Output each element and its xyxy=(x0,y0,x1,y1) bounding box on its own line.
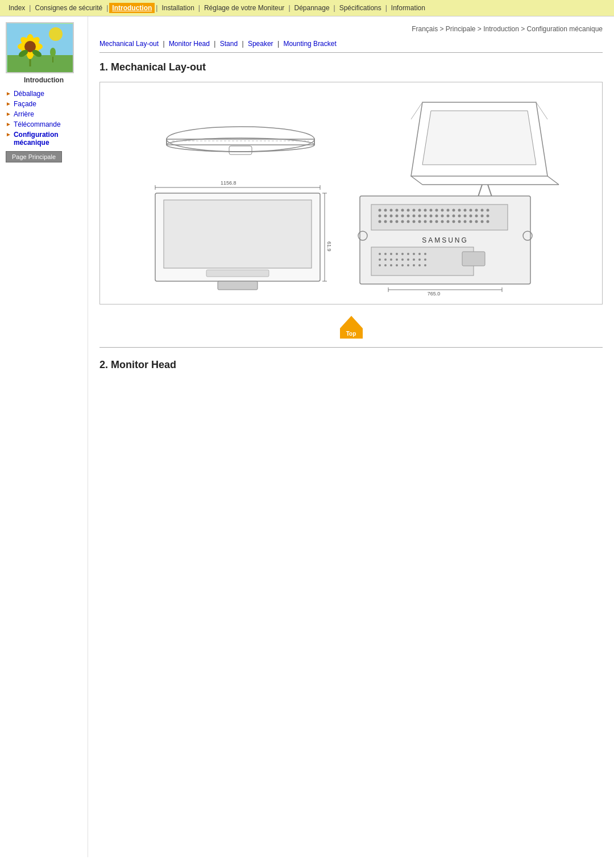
nav-index[interactable]: Index xyxy=(6,3,28,13)
svg-point-107 xyxy=(486,220,489,223)
svg-point-67 xyxy=(486,209,489,212)
svg-point-50 xyxy=(389,209,392,212)
nav-information[interactable]: Information xyxy=(388,3,428,13)
svg-rect-40 xyxy=(206,270,269,277)
nav-reglage[interactable]: Réglage de votre Moniteur xyxy=(201,3,287,13)
svg-point-74 xyxy=(412,215,415,218)
svg-point-86 xyxy=(480,215,483,218)
page-principale-button[interactable]: Page Principale xyxy=(6,151,62,162)
svg-point-99 xyxy=(441,220,443,223)
divider-top xyxy=(99,52,603,53)
svg-point-136 xyxy=(424,264,426,266)
svg-point-16 xyxy=(50,48,56,57)
top-arrow-icon xyxy=(340,316,363,328)
svg-point-63 xyxy=(463,209,466,212)
svg-point-115 xyxy=(407,253,409,255)
svg-rect-137 xyxy=(462,252,485,266)
svg-point-66 xyxy=(480,209,483,212)
svg-point-130 xyxy=(390,264,392,266)
svg-point-106 xyxy=(480,220,483,223)
top-button[interactable]: Top xyxy=(340,316,363,339)
svg-point-134 xyxy=(413,264,415,266)
mechanical-diagram: 1156.8 61.9 xyxy=(138,91,565,295)
arrow-icon: ► xyxy=(6,131,11,137)
svg-rect-109 xyxy=(371,247,474,276)
sidebar-link-deballage[interactable]: ► Déballage xyxy=(6,90,82,98)
svg-point-62 xyxy=(458,209,460,212)
svg-point-102 xyxy=(458,220,460,223)
svg-point-73 xyxy=(406,215,409,218)
svg-point-56 xyxy=(424,209,426,212)
sidebar-link-facade[interactable]: ► Façade xyxy=(6,100,82,108)
svg-point-51 xyxy=(395,209,398,212)
svg-text:765.0: 765.0 xyxy=(427,291,440,295)
svg-text:1156.8: 1156.8 xyxy=(221,180,237,186)
svg-point-97 xyxy=(429,220,432,223)
sublink-mechanical[interactable]: Mechanical Lay-out xyxy=(99,40,159,48)
svg-point-52 xyxy=(401,209,404,212)
svg-point-54 xyxy=(412,209,415,212)
svg-point-83 xyxy=(463,215,466,218)
svg-point-114 xyxy=(401,253,404,255)
svg-line-27 xyxy=(547,176,559,185)
svg-point-129 xyxy=(384,264,387,266)
svg-point-48 xyxy=(378,209,381,212)
svg-point-112 xyxy=(390,253,392,255)
svg-rect-39 xyxy=(164,200,312,268)
nav-specifications[interactable]: Spécifications xyxy=(337,3,384,13)
sublink-speaker[interactable]: Speaker xyxy=(248,40,273,48)
svg-point-76 xyxy=(424,215,426,218)
svg-point-91 xyxy=(395,220,398,223)
sidebar-link-config-mecanique[interactable]: ► Configuration mécanique xyxy=(6,131,82,147)
svg-point-125 xyxy=(413,258,415,261)
svg-point-68 xyxy=(378,215,381,218)
nav-depannage[interactable]: Dépannage xyxy=(292,3,333,13)
svg-text:61.9: 61.9 xyxy=(326,241,332,252)
svg-point-121 xyxy=(390,258,392,261)
svg-point-92 xyxy=(401,220,404,223)
svg-point-132 xyxy=(401,264,404,266)
svg-point-122 xyxy=(396,258,398,261)
svg-point-80 xyxy=(446,215,449,218)
svg-point-89 xyxy=(384,220,387,223)
svg-point-69 xyxy=(384,215,387,218)
svg-point-49 xyxy=(384,209,387,212)
svg-point-2 xyxy=(49,27,63,41)
svg-point-127 xyxy=(424,258,426,261)
sublink-stand[interactable]: Stand xyxy=(220,40,238,48)
svg-point-53 xyxy=(406,209,409,212)
sidebar-link-telecommande[interactable]: ► Télécommande xyxy=(6,120,82,128)
svg-point-61 xyxy=(452,209,455,212)
svg-point-98 xyxy=(435,220,438,223)
breadcrumb: Français > Principale > Introduction > C… xyxy=(99,22,603,33)
svg-point-133 xyxy=(407,264,409,266)
svg-point-75 xyxy=(418,215,421,218)
sublink-monitor-head[interactable]: Monitor Head xyxy=(169,40,210,48)
svg-point-120 xyxy=(384,258,387,261)
nav-consignes[interactable]: Consignes de sécurité xyxy=(32,3,105,13)
sublink-mounting[interactable]: Mounting Bracket xyxy=(283,40,336,48)
nav-installation[interactable]: Installation xyxy=(159,3,197,13)
svg-line-26 xyxy=(411,176,422,185)
svg-point-78 xyxy=(435,215,438,218)
svg-point-84 xyxy=(469,215,472,218)
svg-point-111 xyxy=(384,253,387,255)
svg-point-65 xyxy=(475,209,478,212)
svg-rect-41 xyxy=(218,281,258,290)
diagram-container: 1156.8 61.9 xyxy=(99,82,603,304)
arrow-icon: ► xyxy=(6,90,11,97)
svg-point-88 xyxy=(378,220,381,223)
sidebar-section-label: Introduction xyxy=(6,76,82,84)
svg-point-82 xyxy=(458,215,460,218)
nav-introduction[interactable]: Introduction xyxy=(109,3,155,13)
svg-point-104 xyxy=(469,220,472,223)
svg-point-64 xyxy=(469,209,472,212)
svg-point-113 xyxy=(396,253,398,255)
svg-point-110 xyxy=(379,253,381,255)
section1-title: 1. Mechanical Lay-out xyxy=(99,61,603,73)
top-navigation: Index | Consignes de sécurité | Introduc… xyxy=(0,0,614,16)
svg-point-96 xyxy=(424,220,426,223)
svg-point-58 xyxy=(435,209,438,212)
sidebar-link-arriere[interactable]: ► Arrière xyxy=(6,110,82,118)
arrow-icon: ► xyxy=(6,101,11,107)
